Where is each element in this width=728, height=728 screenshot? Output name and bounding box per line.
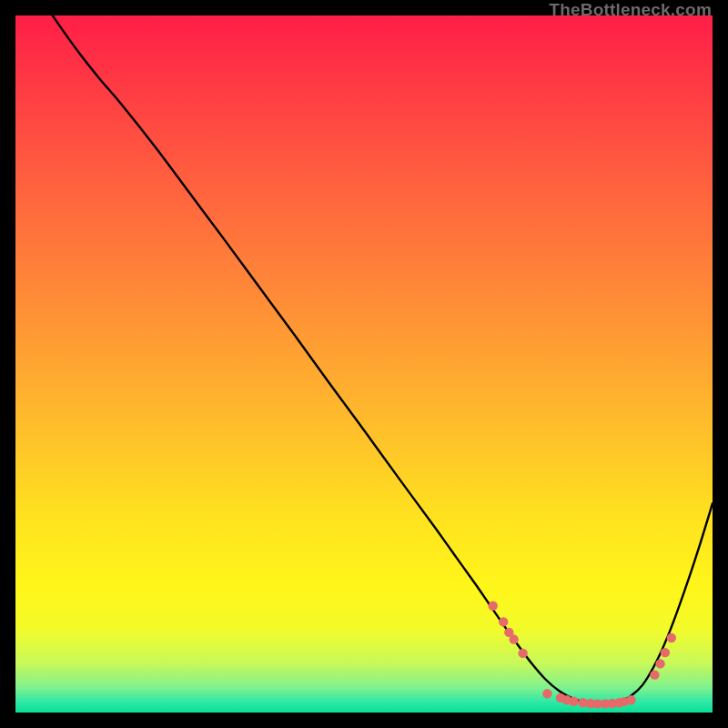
- chart-frame: TheBottleneck.com: [0, 0, 728, 728]
- chart-plot-area: [15, 15, 713, 713]
- highlight-dot: [626, 695, 635, 704]
- highlight-dot: [489, 602, 498, 611]
- highlight-dot: [542, 689, 551, 698]
- highlight-dot: [569, 697, 578, 706]
- chart-svg: [15, 15, 713, 713]
- watermark-text: TheBottleneck.com: [549, 0, 712, 20]
- highlight-dot: [661, 648, 670, 657]
- highlight-dot: [499, 617, 508, 626]
- highlight-dot: [650, 670, 659, 679]
- highlight-dot: [518, 649, 527, 658]
- highlight-dot: [655, 659, 664, 668]
- highlight-dot: [667, 633, 676, 642]
- gradient-background: [15, 15, 713, 713]
- highlight-dot: [509, 634, 518, 643]
